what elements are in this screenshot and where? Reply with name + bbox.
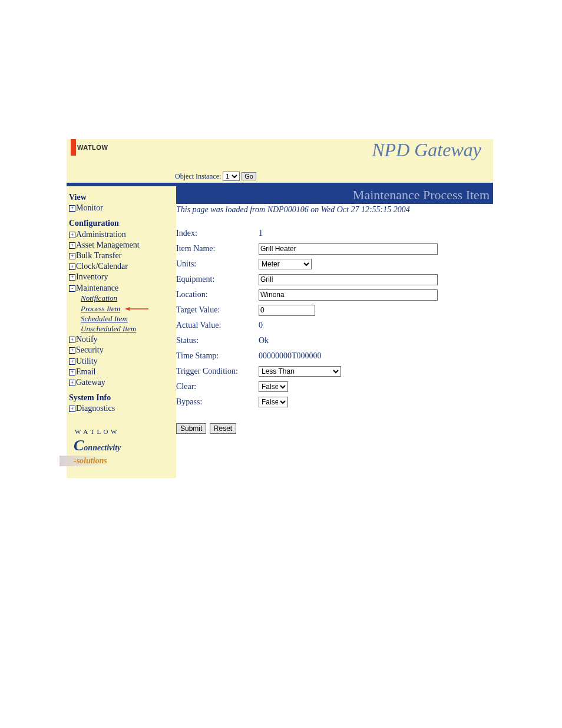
sidebar-section-configuration: Configuration <box>69 218 174 229</box>
target-value-input[interactable] <box>259 305 315 316</box>
sidebar-item-bulk-transfer[interactable]: +Bulk Transfer <box>69 251 174 261</box>
expand-icon[interactable]: + <box>69 406 75 412</box>
expand-icon[interactable]: + <box>69 274 75 281</box>
sidebar-item-email[interactable]: +Email <box>69 367 174 377</box>
expand-icon[interactable]: + <box>69 369 75 375</box>
expand-icon[interactable]: + <box>69 358 75 365</box>
flame-icon <box>71 139 76 156</box>
expand-icon[interactable]: + <box>69 347 75 354</box>
instance-bar: Object Instance: 1 Go <box>67 170 493 183</box>
index-label: Index: <box>176 229 259 238</box>
sidebar-item-asset-management[interactable]: +Asset Management <box>69 240 174 251</box>
location-label: Location: <box>176 290 259 299</box>
instance-select[interactable]: 1 <box>223 172 240 181</box>
sidebar-item-administration[interactable]: +Administration <box>69 229 174 240</box>
location-input[interactable] <box>259 289 438 301</box>
sidebar-section-view: View <box>69 192 174 203</box>
expand-icon[interactable]: + <box>69 380 75 386</box>
sidebar-subitem-scheduled-item[interactable]: Scheduled Item <box>81 314 174 324</box>
bypass-label: Bypass: <box>176 397 259 407</box>
form: Index: 1 Item Name: Units: Meter Equipme… <box>176 226 493 434</box>
sidebar-item-clock-calendar[interactable]: +Clock/Calendar <box>69 261 174 272</box>
instance-label: Object Instance: <box>175 172 221 180</box>
units-select[interactable]: Meter <box>259 259 312 269</box>
sidebar-item-security[interactable]: +Security <box>69 345 174 355</box>
actual-value: 0 <box>259 321 263 330</box>
sidebar-item-monitor[interactable]: +Monitor <box>69 203 174 213</box>
expand-icon[interactable]: + <box>69 253 75 259</box>
trigger-condition-label: Trigger Condition: <box>176 367 259 376</box>
instance-go-button[interactable]: Go <box>242 172 256 180</box>
bypass-select[interactable]: False <box>259 397 288 407</box>
clear-label: Clear: <box>176 382 259 391</box>
submit-button[interactable]: Submit <box>176 423 206 434</box>
reset-button[interactable]: Reset <box>210 423 236 434</box>
expand-icon[interactable]: + <box>69 205 75 212</box>
loaded-line: This page was loaded from NDP000106 on W… <box>176 204 493 215</box>
status-value: Ok <box>259 336 269 345</box>
equipment-label: Equipment: <box>176 275 259 284</box>
sidebar-subitem-notification[interactable]: Notification <box>81 294 174 304</box>
header: WATLOW NPD Gateway <box>67 139 493 170</box>
sidebar: View +Monitor Configuration +Administrat… <box>67 186 176 478</box>
collapse-icon[interactable]: - <box>69 285 75 292</box>
sidebar-subitem-unscheduled-item[interactable]: Unscheduled Item <box>81 324 174 334</box>
item-name-input[interactable] <box>259 243 438 255</box>
sidebar-item-maintenance[interactable]: -Maintenance <box>69 283 174 294</box>
index-value: 1 <box>259 229 263 238</box>
actual-value-label: Actual Value: <box>176 321 259 330</box>
timestamp-value: 00000000T000000 <box>259 351 322 361</box>
svg-marker-1 <box>125 307 130 311</box>
brand-logo: WATLOW <box>71 139 108 156</box>
expand-icon[interactable]: + <box>69 263 75 270</box>
clear-select[interactable]: False <box>259 381 288 392</box>
sidebar-item-diagnostics[interactable]: +Diagnostics <box>69 403 174 414</box>
brand-text: WATLOW <box>77 144 108 151</box>
item-name-label: Item Name: <box>176 244 259 253</box>
sidebar-subitem-process-item[interactable]: Process Item <box>81 304 120 313</box>
sidebar-item-notify[interactable]: +Notify <box>69 334 174 345</box>
status-label: Status: <box>176 336 259 345</box>
page-title: Maintenance Process Item <box>176 186 493 204</box>
equipment-input[interactable] <box>259 274 438 285</box>
main-content: Maintenance Process Item This page was l… <box>176 186 493 478</box>
expand-icon[interactable]: + <box>69 242 75 249</box>
timestamp-label: Time Stamp: <box>176 351 259 361</box>
connectivity-logo: W A T L O W Connectivity -solutions <box>74 427 174 466</box>
sidebar-item-utility[interactable]: +Utility <box>69 356 174 367</box>
sidebar-item-inventory[interactable]: +Inventory <box>69 272 174 282</box>
expand-icon[interactable]: + <box>69 337 75 343</box>
app-title: NPD Gateway <box>372 139 481 161</box>
expand-icon[interactable]: + <box>69 232 75 238</box>
units-label: Units: <box>176 259 259 269</box>
pointer-arrow-icon <box>125 304 150 314</box>
sidebar-item-gateway[interactable]: +Gateway <box>69 377 174 388</box>
sidebar-section-system-info: System Info <box>69 393 174 403</box>
target-value-label: Target Value: <box>176 305 259 315</box>
trigger-condition-select[interactable]: Less Than <box>259 366 341 377</box>
